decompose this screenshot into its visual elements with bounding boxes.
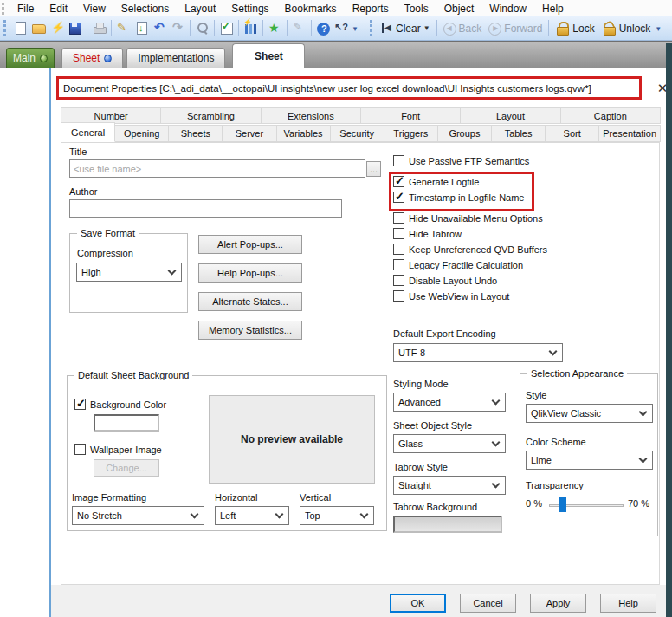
- tab-sort[interactable]: Sort: [545, 125, 599, 142]
- tab-presentation[interactable]: Presentation: [598, 125, 661, 142]
- reload-document-button[interactable]: [132, 19, 151, 38]
- unlock-button[interactable]: Unlock: [598, 19, 655, 38]
- checkbox-keep-qvd-buffers[interactable]: Keep Unreferenced QVD Buffers: [393, 244, 547, 255]
- sheet-object-style-select[interactable]: Glass: [393, 434, 506, 453]
- alert-popups-button[interactable]: Alert Pop-ups...: [198, 235, 302, 254]
- tab-font[interactable]: Font: [360, 107, 461, 124]
- menu-bookmarks[interactable]: Bookmarks: [277, 0, 345, 16]
- help-button[interactable]: [314, 19, 333, 38]
- sheet-tab-sheet1[interactable]: Sheet: [61, 48, 123, 68]
- image-formatting-select[interactable]: No Stretch: [72, 506, 204, 525]
- clear-dropdown-icon[interactable]: ▼: [423, 24, 430, 32]
- menu-settings[interactable]: Settings: [223, 0, 276, 16]
- browse-button[interactable]: ...: [366, 161, 381, 177]
- add-bookmark-button[interactable]: [266, 19, 284, 38]
- checkbox-generate-logfile[interactable]: Generate Logfile: [393, 176, 479, 187]
- back-button[interactable]: Back: [440, 19, 486, 38]
- checkbox-legacy-fractile[interactable]: Legacy Fractile Calculation: [393, 259, 523, 270]
- tab-security[interactable]: Security: [330, 125, 384, 142]
- checkbox-box[interactable]: [393, 290, 404, 302]
- tab-general[interactable]: General: [61, 122, 115, 142]
- menu-selections[interactable]: Selections: [113, 0, 177, 16]
- cancel-button[interactable]: Cancel: [460, 594, 516, 613]
- checkbox-disable-layout-undo[interactable]: Disable Layout Undo: [393, 275, 497, 286]
- menu-layout[interactable]: Layout: [177, 0, 223, 16]
- print-button[interactable]: [90, 19, 108, 38]
- wallpaper-image-checkbox[interactable]: Wallpaper Image: [74, 444, 162, 455]
- checkbox-hide-unavailable-menu[interactable]: Hide Unavailable Menu Options: [393, 212, 543, 224]
- reload-button[interactable]: [48, 19, 66, 38]
- background-color-swatch[interactable]: [94, 414, 159, 432]
- change-button[interactable]: Change...: [94, 459, 159, 477]
- checkbox-use-passive-ftp[interactable]: Use Passive FTP Semantics: [393, 155, 529, 166]
- apply-button[interactable]: Apply: [530, 594, 586, 613]
- checkbox-box[interactable]: [393, 259, 404, 270]
- checkbox-box[interactable]: [393, 176, 404, 187]
- open-button[interactable]: [29, 19, 48, 38]
- checkbox-box[interactable]: [393, 275, 404, 286]
- tab-sheets[interactable]: Sheets: [168, 125, 223, 142]
- forward-button[interactable]: Forward: [485, 19, 546, 38]
- tab-opening[interactable]: Opening: [114, 125, 169, 142]
- clear-button[interactable]: Clear ▼: [378, 19, 434, 38]
- checkbox-box[interactable]: [393, 155, 404, 166]
- checkbox-webview-layout[interactable]: Use WebView in Layout: [393, 290, 509, 302]
- author-field[interactable]: [69, 199, 342, 218]
- whats-this-button[interactable]: [333, 19, 351, 38]
- checkbox-box[interactable]: [74, 444, 86, 455]
- menu-file[interactable]: File: [10, 0, 42, 16]
- redo-button[interactable]: [169, 19, 187, 38]
- tab-layout[interactable]: Layout: [460, 107, 560, 124]
- checkbox-box[interactable]: [393, 228, 404, 239]
- compression-select[interactable]: High: [76, 263, 182, 282]
- tab-server[interactable]: Server: [222, 125, 276, 142]
- checkbox-hide-tabrow[interactable]: Hide Tabrow: [393, 228, 462, 239]
- sheet-tab-implementations[interactable]: Implementations: [126, 48, 225, 68]
- tabrow-style-select[interactable]: Straight: [393, 476, 506, 495]
- memory-statistics-button[interactable]: Memory Statistics...: [198, 321, 302, 340]
- styling-mode-select[interactable]: Advanced: [393, 393, 506, 412]
- quick-chart-button[interactable]: [242, 19, 260, 38]
- menu-object[interactable]: Object: [436, 0, 482, 16]
- title-input[interactable]: [69, 159, 365, 178]
- tab-variables[interactable]: Variables: [276, 125, 331, 142]
- ok-button[interactable]: OK: [390, 594, 446, 613]
- checkbox-timestamp-logfile[interactable]: Timestamp in Logfile Name: [393, 192, 524, 203]
- checkbox-box[interactable]: [393, 212, 404, 224]
- transparency-slider-handle[interactable]: [559, 497, 566, 512]
- menu-edit[interactable]: Edit: [42, 0, 75, 16]
- style-select[interactable]: QlikView Classic: [526, 404, 653, 423]
- edit-script-button[interactable]: [114, 19, 132, 38]
- menu-view[interactable]: View: [75, 0, 113, 16]
- help-popups-button[interactable]: Help Pop-ups...: [198, 263, 302, 283]
- color-scheme-select[interactable]: Lime: [526, 451, 653, 470]
- help-dialog-button[interactable]: Help: [600, 594, 656, 613]
- undo-button[interactable]: [151, 19, 169, 38]
- menu-reports[interactable]: Reports: [345, 0, 397, 16]
- menu-help[interactable]: Help: [534, 0, 572, 16]
- checkbox-box[interactable]: [393, 192, 404, 203]
- new-document-button[interactable]: [11, 19, 29, 38]
- tab-groups[interactable]: Groups: [437, 125, 492, 142]
- checkbox-box[interactable]: [393, 244, 404, 255]
- lock-button[interactable]: Lock: [552, 19, 598, 38]
- tab-caption[interactable]: Caption: [560, 107, 661, 124]
- save-button[interactable]: [66, 19, 84, 38]
- current-selections-button[interactable]: [217, 19, 236, 38]
- horizontal-select[interactable]: Left: [215, 506, 289, 525]
- tab-triggers[interactable]: Triggers: [384, 125, 438, 142]
- tabrow-background-swatch[interactable]: [393, 516, 502, 533]
- background-color-checkbox[interactable]: Background Color: [74, 399, 166, 410]
- export-encoding-select[interactable]: UTF-8: [393, 343, 563, 362]
- tab-extensions[interactable]: Extensions: [261, 107, 361, 124]
- tab-scrambling[interactable]: Scrambling: [160, 107, 261, 124]
- notes-button[interactable]: [290, 19, 308, 38]
- vertical-select[interactable]: Top: [300, 506, 374, 525]
- tab-tables[interactable]: Tables: [491, 125, 546, 142]
- sheet-tab-main[interactable]: Main: [6, 48, 55, 68]
- sheet-tab-sheet-active[interactable]: Sheet: [232, 43, 305, 68]
- toolbar-overflow-icon[interactable]: ▾: [351, 24, 359, 33]
- search-button[interactable]: [193, 19, 211, 38]
- alternate-states-button[interactable]: Alternate States...: [198, 292, 302, 311]
- menu-tools[interactable]: Tools: [397, 0, 436, 16]
